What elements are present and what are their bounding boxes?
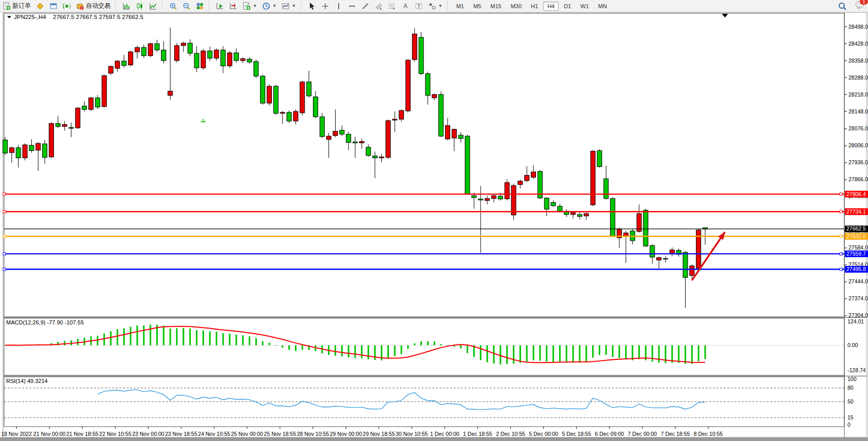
chevron-down-icon: ▼ [272,4,276,8]
candle [643,210,648,246]
macd-histogram-bar [64,341,65,346]
auto-trading-button[interactable]: 自动交易 [73,0,113,12]
time-axis-label: 2 Dec 10:55 [496,431,525,437]
text-tool-button[interactable]: A [399,1,412,12]
macd-histogram-bar [374,346,376,360]
time-axis-label: 18 Nov 2022 [1,431,32,437]
candle [670,250,674,254]
new-order-icon [3,2,11,10]
timeframe-tab-h1[interactable]: H1 [527,2,542,11]
macd-histogram-bar [440,344,442,346]
zoom-out-button[interactable] [180,1,193,12]
horizontal-line-tool-button[interactable] [345,1,359,12]
candle [611,199,615,237]
macd-histogram-bar [137,325,138,346]
line-chart-mode-button[interactable] [146,1,160,12]
cursor-tool-button[interactable] [305,1,319,12]
macd-histogram-bar [77,339,79,346]
macd-histogram-bar [480,346,482,360]
vertical-line-tool-button[interactable] [332,1,345,12]
macd-histogram-bar [533,346,534,360]
price-axis-label: 27374.0 [848,295,868,301]
crosshair-icon [321,2,329,10]
tile-windows-button[interactable] [193,1,207,12]
price-axis-label: 28358.0 [848,57,868,64]
hline-anchor [3,268,6,271]
macd-histogram-bar [500,346,501,365]
candle [69,127,73,128]
macd-histogram-bar [355,346,356,358]
market-watch-button[interactable] [33,1,47,12]
candle [95,98,100,107]
periods-button[interactable]: ▼ [260,1,279,12]
macd-histogram-bar [638,346,640,359]
price-badge-label: 27662.5 [846,225,866,232]
timeframe-tab-m5[interactable]: M5 [469,2,485,11]
chart-shift-button[interactable] [227,1,240,12]
timeframe-tab-m15[interactable]: M15 [486,2,505,11]
price-axis-label: 27444.0 [848,278,868,284]
trendline-tool-button[interactable] [359,1,372,12]
chat-icon [855,4,865,11]
templates-button[interactable]: ▼ [279,1,299,12]
chart-area[interactable]: 28498.028428.028358.028288.028218.028148… [0,0,868,441]
zoom-in-button[interactable] [167,1,180,12]
macd-histogram-bar [202,331,204,346]
crosshair-tool-button[interactable] [319,1,332,12]
macd-histogram-bar [493,346,494,363]
data-window-button[interactable] [47,1,60,12]
macd-histogram-bar [552,346,554,362]
candle [36,143,41,150]
new-order-button[interactable]: 新订单 [0,0,33,12]
chat-button[interactable]: 1 [855,1,865,11]
bar-chart-mode-button[interactable] [120,1,133,12]
auto-scroll-button[interactable] [213,1,227,12]
text-label-tool-button[interactable]: T [412,1,426,12]
candle [313,97,318,117]
candle [122,61,126,65]
macd-histogram-bar [143,325,144,346]
macd-histogram-bar [282,346,283,348]
timeframe-tab-d1[interactable]: D1 [560,2,575,11]
price-badge-label: 27495.8 [846,266,866,272]
candle [261,76,265,103]
timeframe-tab-h4[interactable]: H4 [543,2,559,11]
candle [82,106,87,110]
price-axis-label: 27584.0 [848,244,868,251]
candle [141,48,146,56]
candle [221,50,226,66]
candle [208,51,212,58]
line-chart-icon [149,2,157,10]
candle [326,136,331,140]
candle [379,157,384,158]
chart-symbol-title: JPN225-,H4 [14,14,46,20]
candle [498,196,503,199]
candle [399,110,404,119]
data-window-icon [49,2,58,10]
channel-tool-button[interactable]: E [372,1,385,12]
macd-histogram-bar [110,331,112,345]
fibonacci-tool-button[interactable]: F [385,1,399,12]
candle [280,112,285,113]
price-axis-label: 28288.0 [848,74,868,81]
indicators-button[interactable]: ▼ [240,1,260,12]
timeframe-tab-w1[interactable]: W1 [576,2,593,11]
timeframe-tab-m1[interactable]: M1 [452,2,468,11]
search-button[interactable] [835,0,849,12]
arrows-tool-button[interactable]: ▼ [426,1,445,12]
hline-anchor [3,235,6,238]
candlestick-mode-button[interactable] [133,1,146,12]
macd-histogram-bar [249,336,250,346]
candle [300,82,305,113]
candle [307,82,311,96]
svg-text:A: A [403,3,408,10]
candle [89,98,94,110]
macd-histogram-bar [335,346,336,356]
candle [525,176,529,181]
price-axis-label: 28218.0 [848,91,868,98]
timeframe-tab-mn[interactable]: MN [594,2,611,11]
time-axis-label: 25 Nov 00:00 [231,431,263,437]
timeframe-tab-m30[interactable]: M30 [507,2,526,11]
signals-button[interactable] [60,1,73,12]
vertical-line-icon [335,2,343,10]
